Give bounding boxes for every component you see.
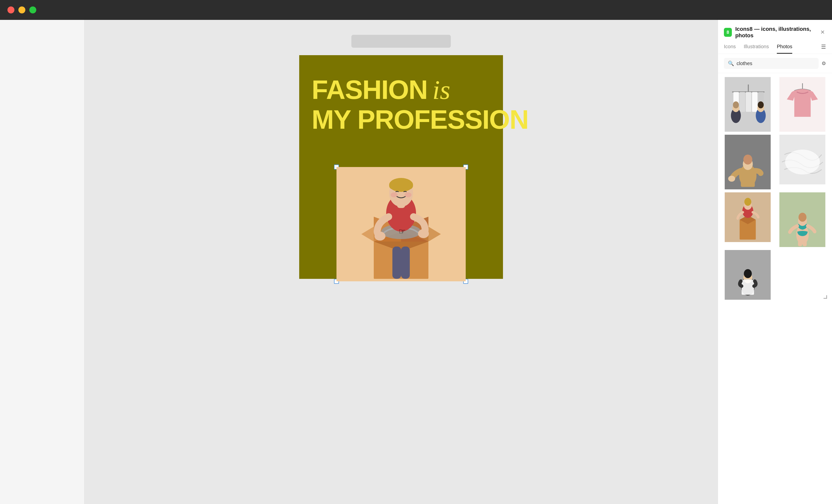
search-icon: 🔍 xyxy=(728,60,734,67)
plugin-header: 8 Icons8 — icons, illustrations, photos … xyxy=(718,20,832,54)
photo-woman-swimwear xyxy=(777,192,828,247)
photo-clothes-rack xyxy=(722,77,774,132)
svg-rect-56 xyxy=(803,241,807,246)
selected-image-container[interactable]: ☞ xyxy=(336,167,466,281)
svg-point-17 xyxy=(391,192,398,197)
list-item[interactable] xyxy=(777,135,828,184)
list-item[interactable] xyxy=(777,77,828,132)
svg-point-44 xyxy=(785,150,820,175)
design-canvas[interactable]: FASHION is MY PROFESSION xyxy=(299,55,503,279)
svg-rect-10 xyxy=(390,207,412,227)
close-button[interactable] xyxy=(7,6,15,14)
fashion-line2-text: MY PROFESSION xyxy=(312,105,528,134)
plugin-title-left: 8 Icons8 — icons, illustrations, photos xyxy=(724,26,819,39)
svg-rect-26 xyxy=(746,92,751,112)
plugin-title-row: 8 Icons8 — icons, illustrations, photos … xyxy=(724,26,826,39)
photo-man-box-thumb xyxy=(722,192,774,242)
icons8-plugin-panel: 8 Icons8 — icons, illustrations, photos … xyxy=(718,20,832,504)
svg-rect-61 xyxy=(742,280,754,295)
left-panel xyxy=(0,20,84,504)
search-input-wrapper[interactable]: 🔍 xyxy=(724,58,818,69)
search-bar: 🔍 ⚙ xyxy=(718,54,832,73)
photo-white-fabric xyxy=(777,135,828,184)
svg-rect-27 xyxy=(752,92,757,112)
photo-grid xyxy=(718,73,832,504)
maximize-button[interactable] xyxy=(29,6,36,14)
svg-point-42 xyxy=(728,176,735,182)
svg-rect-25 xyxy=(739,92,745,112)
main-area: FASHION is MY PROFESSION xyxy=(0,20,832,504)
filter-icon[interactable]: ⚙ xyxy=(822,60,826,67)
tabs: Icons Illustrations Photos xyxy=(724,44,792,54)
svg-point-41 xyxy=(743,155,752,164)
title-bar xyxy=(0,0,832,20)
photo-pink-sweatshirt xyxy=(777,77,828,132)
tab-photos[interactable]: Photos xyxy=(777,44,792,54)
fashion-bold-text: FASHION xyxy=(312,75,427,105)
svg-rect-55 xyxy=(798,241,802,246)
fashion-headline: FASHION is MY PROFESSION xyxy=(312,75,528,134)
man-with-box-illustration xyxy=(336,167,466,281)
svg-rect-20 xyxy=(401,246,410,279)
selected-photo[interactable]: ☞ xyxy=(336,167,466,281)
list-item[interactable] xyxy=(777,192,828,247)
list-item[interactable] xyxy=(722,192,774,242)
svg-point-50 xyxy=(744,198,751,206)
svg-point-60 xyxy=(744,269,752,278)
tab-icons[interactable]: Icons xyxy=(724,44,736,54)
svg-point-31 xyxy=(733,101,739,108)
svg-rect-19 xyxy=(392,246,401,279)
photo-woman-shirt xyxy=(722,250,774,300)
svg-point-34 xyxy=(758,101,764,108)
fashion-italic-text: is xyxy=(433,75,450,105)
svg-point-11 xyxy=(374,232,385,241)
canvas-wrapper: FASHION is MY PROFESSION xyxy=(299,35,503,279)
cursor: ☞ xyxy=(398,227,409,237)
svg-point-18 xyxy=(405,192,412,197)
tab-illustrations[interactable]: Illustrations xyxy=(744,44,769,54)
plugin-title: Icons8 — icons, illustrations, photos xyxy=(735,26,819,39)
list-item[interactable] xyxy=(722,135,774,189)
plugin-app-icon: 8 xyxy=(724,28,732,37)
plugin-close-button[interactable]: ✕ xyxy=(819,28,826,36)
svg-rect-16 xyxy=(389,182,413,189)
photo-woman-brown xyxy=(722,135,774,189)
list-item[interactable] xyxy=(722,77,774,132)
menu-icon[interactable]: ☰ xyxy=(821,44,826,54)
traffic-lights xyxy=(7,6,36,14)
canvas-area: FASHION is MY PROFESSION xyxy=(84,20,718,504)
svg-point-12 xyxy=(418,229,429,238)
minimize-button[interactable] xyxy=(18,6,25,14)
resize-corner-icon xyxy=(824,295,827,299)
svg-point-54 xyxy=(799,213,806,222)
canvas-toolbar xyxy=(352,35,451,48)
tabs-row: Icons Illustrations Photos ☰ xyxy=(724,44,826,54)
list-item[interactable] xyxy=(722,250,774,300)
search-input[interactable] xyxy=(736,61,814,67)
